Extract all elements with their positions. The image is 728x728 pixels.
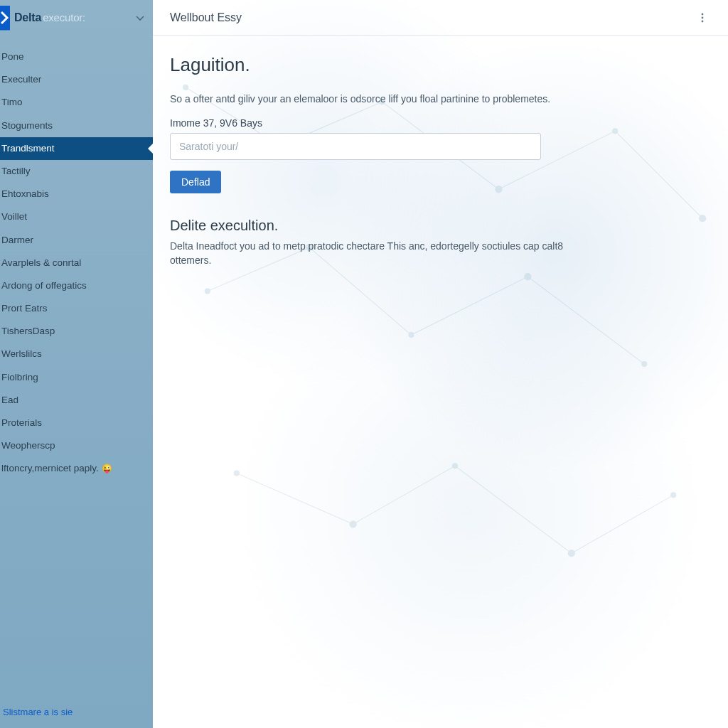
sidebar-item-label: Voillet [1,211,27,222]
svg-point-8 [408,332,414,338]
page-title: Wellbout Essy [170,11,242,24]
svg-point-12 [350,520,357,528]
svg-point-17 [702,16,704,18]
page-heading: Laguition. [170,54,711,76]
sidebar-item-0[interactable]: Pone [0,46,153,68]
sidebar-item-label: Fiolbring [1,372,38,382]
app-root: Deltaexecutor: PoneExeculterTimoStogumen… [0,0,728,728]
section-heading: Delite execultion. [170,218,711,234]
sidebar: Deltaexecutor: PoneExeculterTimoStogumen… [0,0,153,728]
svg-point-13 [452,463,458,469]
page-intro-text: So a ofter antd giliv your an elemaloor … [170,93,711,105]
svg-point-10 [641,361,647,367]
sidebar-item-label: Ehtoxnabis [1,188,49,199]
sidebar-item-label: Ardong of offegatics [1,280,87,291]
sidebar-item-label: Pone [1,51,24,62]
sidebar-item-18[interactable]: lftoncry,mernicet paply.😜 [0,457,153,480]
sidebar-item-3[interactable]: Stoguments [0,114,153,137]
sidebar-item-label: Trandlsment [1,143,55,154]
svg-point-14 [568,550,575,557]
sidebar-item-2[interactable]: Timo [0,91,153,114]
sidebar-item-11[interactable]: Prort Eatrs [0,297,153,320]
brand-logo-icon [0,6,10,31]
sidebar-item-label: Avarplels & conrtal [1,257,81,268]
sidebar-item-label: Stoguments [1,120,53,131]
topbar: Wellbout Essy [153,0,728,36]
sidebar-item-label: Execulter [1,74,41,85]
sidebar-item-1[interactable]: Execulter [0,68,153,91]
brand-bar[interactable]: Deltaexecutor: [0,0,153,36]
svg-point-11 [234,471,240,476]
sidebar-item-16[interactable]: Proterials [0,412,153,434]
sidebar-item-label: Darmer [1,235,33,245]
sidebar-item-8[interactable]: Darmer [0,229,153,252]
sidebar-item-label: TishersDasp [1,326,55,336]
sidebar-item-label: Prort Eatrs [1,303,48,314]
svg-point-6 [205,289,210,294]
badge-icon: 😜 [102,464,112,473]
content: Laguition. So a ofter antd giliv your an… [153,36,728,286]
sidebar-item-6[interactable]: Ehtoxnabis [0,183,153,205]
sidebar-item-label: Tactilly [1,166,31,176]
sidebar-item-label: Timo [1,97,23,107]
sidebar-footer-link[interactable]: Slistmare a is sie [3,707,73,717]
primary-action-button[interactable]: Deflad [170,171,221,193]
sidebar-item-17[interactable]: Weopherscp [0,434,153,457]
brand-name: Deltaexecutor: [14,11,85,24]
brand-name-sub: executor: [43,11,85,23]
brand-name-main: Delta [14,11,41,23]
input-label: Imome 37, 9V6 Bays [170,117,711,129]
svg-point-15 [670,492,676,498]
kebab-menu-icon[interactable] [694,9,711,26]
sidebar-item-10[interactable]: Ardong of offegatics [0,274,153,297]
sidebar-footer: Slistmare a is sie [0,698,153,728]
section-body-text: Delta Ineadfoct you ad to metp pratodic … [170,240,568,267]
sidebar-item-14[interactable]: Fiolbring [0,366,153,389]
svg-point-16 [702,13,704,15]
sidebar-item-5[interactable]: Tactilly [0,160,153,183]
sidebar-item-9[interactable]: Avarplels & conrtal [0,252,153,274]
main-text-input[interactable] [170,133,541,160]
sidebar-item-7[interactable]: Voillet [0,205,153,228]
sidebar-nav: PoneExeculterTimoStogumentsTrandlsmentTa… [0,36,153,481]
svg-point-18 [702,20,704,22]
sidebar-item-label: Weopherscp [1,440,55,451]
sidebar-item-label: lftoncry,mernicet paply. [1,463,99,473]
sidebar-item-15[interactable]: Ead [0,389,153,412]
sidebar-item-13[interactable]: Werlslilcs [0,343,153,365]
sidebar-item-12[interactable]: TishersDasp [0,320,153,343]
sidebar-item-label: Proterials [1,417,42,428]
main-area: Wellbout Essy Laguition. So a ofter antd… [153,0,728,728]
chevron-down-icon[interactable] [134,12,146,23]
sidebar-item-label: Werlslilcs [1,348,42,359]
sidebar-item-label: Ead [1,395,18,405]
sidebar-item-4[interactable]: Trandlsment [0,137,153,160]
